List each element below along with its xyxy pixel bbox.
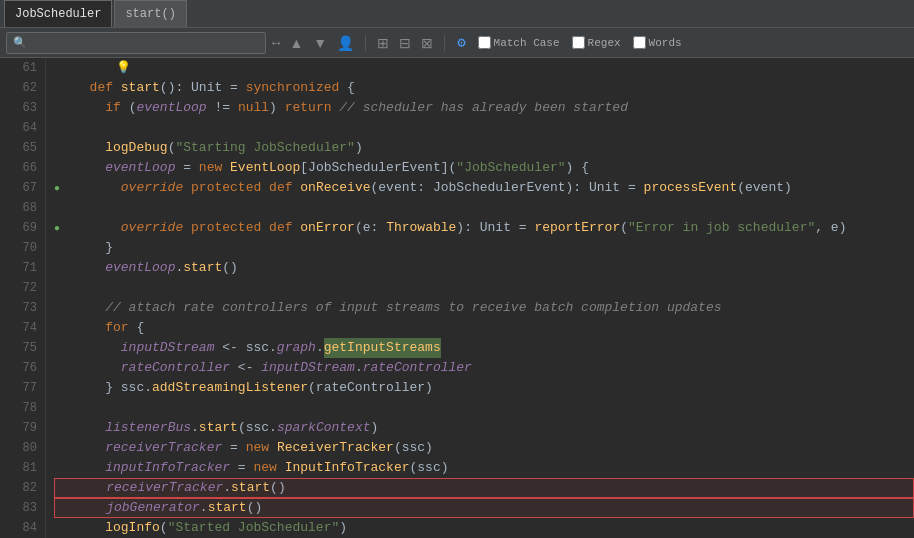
code-line-64 (54, 118, 914, 138)
line-73: 73 (4, 298, 37, 318)
line-81: 81 (4, 458, 37, 478)
code-line-76: rateController <- inputDStream.rateContr… (54, 358, 914, 378)
code-line-68 (54, 198, 914, 218)
code-line-70: } (54, 238, 914, 258)
words-checkbox[interactable] (633, 36, 646, 49)
code-line-82: receiverTracker.start() (54, 478, 914, 498)
code-line-73: // attach rate controllers of input stre… (54, 298, 914, 318)
collapse-button[interactable]: ⊟ (396, 34, 414, 52)
code-line-61: 💡 (54, 58, 914, 78)
code-line-84: logInfo("Started JobScheduler") (54, 518, 914, 538)
line-72: 72 (4, 278, 37, 298)
separator-2 (444, 35, 445, 51)
match-case-option[interactable]: Match Case (478, 36, 560, 49)
line-62: 62 (4, 78, 37, 98)
override-icon-67: ● (54, 183, 60, 194)
code-area: 61 62 63 64 65 66 67 68 69 70 71 72 73 7… (0, 58, 914, 538)
code-line-77: } ssc.addStreamingListener(rateControlle… (54, 378, 914, 398)
line-79: 79 (4, 418, 37, 438)
line-80: 80 (4, 438, 37, 458)
line-67: 67 (4, 178, 37, 198)
code-line-63: if (eventLoop != null) return // schedul… (54, 98, 914, 118)
expand-button[interactable]: ⊞ (374, 34, 392, 52)
line-71: 71 (4, 258, 37, 278)
code-line-80: receiverTracker = new ReceiverTracker(ss… (54, 438, 914, 458)
line-66: 66 (4, 158, 37, 178)
search-input-wrap[interactable]: 🔍 (6, 32, 266, 54)
line-78: 78 (4, 398, 37, 418)
line-84: 84 (4, 518, 37, 538)
code-line-78 (54, 398, 914, 418)
code-line-66: eventLoop = new EventLoop[JobSchedulerEv… (54, 158, 914, 178)
line-74: 74 (4, 318, 37, 338)
words-option[interactable]: Words (633, 36, 682, 49)
match-case-checkbox[interactable] (478, 36, 491, 49)
filter-button[interactable]: ⊠ (418, 34, 436, 52)
line-83: 83 (4, 498, 37, 518)
line-65: 65 (4, 138, 37, 158)
code-line-79: listenerBus.start(ssc.sparkContext) (54, 418, 914, 438)
line-70: 70 (4, 238, 37, 258)
code-line-62: def start(): Unit = synchronized { (54, 78, 914, 98)
tab-start[interactable]: start() (114, 0, 186, 27)
next-result-button[interactable]: ▼ (310, 34, 330, 52)
search-icon: 🔍 (13, 36, 27, 49)
line-69: 69 (4, 218, 37, 238)
prev-result-button[interactable]: ▲ (286, 34, 306, 52)
line-61: 61 (4, 58, 37, 78)
tab-bar: JobScheduler start() (0, 0, 914, 28)
replace-toggle-icon[interactable]: ↔ (272, 35, 280, 51)
line-82: 82 (4, 478, 37, 498)
override-icon-69: ● (54, 223, 60, 234)
code-line-69: ● override protected def onError(e: Thro… (54, 218, 914, 238)
regex-checkbox[interactable] (572, 36, 585, 49)
line-76: 76 (4, 358, 37, 378)
code-line-81: inputInfoTracker = new InputInfoTracker(… (54, 458, 914, 478)
regex-option[interactable]: Regex (572, 36, 621, 49)
code-line-75: inputDStream <- ssc.graph.getInputStream… (54, 338, 914, 358)
search-input[interactable] (31, 36, 231, 50)
tab-jobscheduler[interactable]: JobScheduler (4, 0, 112, 27)
find-in-path-button[interactable]: 👤 (334, 34, 357, 52)
gear-icon[interactable]: ⚙ (457, 34, 465, 51)
line-75: 75 (4, 338, 37, 358)
code-line-83: jobGenerator.start() (54, 498, 914, 518)
code-line-67: ● override protected def onReceive(event… (54, 178, 914, 198)
line-63: 63 (4, 98, 37, 118)
line-68: 68 (4, 198, 37, 218)
code-line-71: eventLoop.start() (54, 258, 914, 278)
code-line-65: logDebug("Starting JobScheduler") (54, 138, 914, 158)
search-bar: 🔍 ↔ ▲ ▼ 👤 ⊞ ⊟ ⊠ ⚙ Match Case Regex Words (0, 28, 914, 58)
code-line-72 (54, 278, 914, 298)
line-numbers: 61 62 63 64 65 66 67 68 69 70 71 72 73 7… (0, 58, 46, 538)
line-64: 64 (4, 118, 37, 138)
line-77: 77 (4, 378, 37, 398)
code-content: 💡 def start(): Unit = synchronized { if … (46, 58, 914, 538)
code-line-74: for { (54, 318, 914, 338)
separator-1 (365, 35, 366, 51)
lightbulb-icon: 💡 (116, 61, 131, 75)
